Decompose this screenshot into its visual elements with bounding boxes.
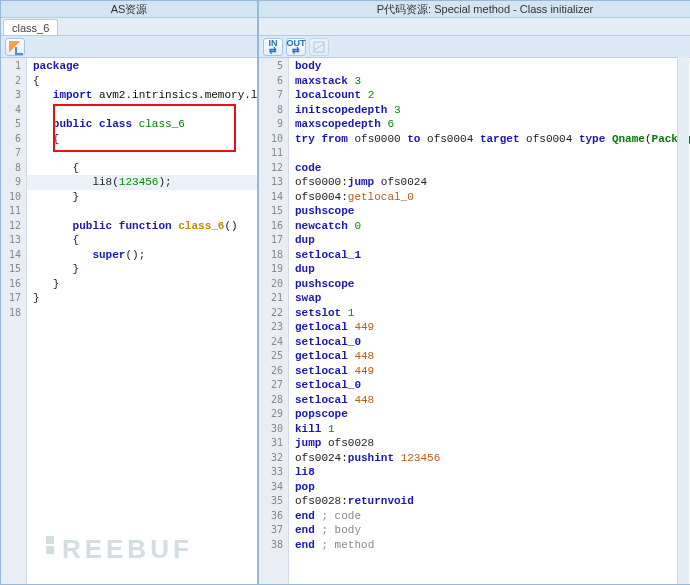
- line-number: 34: [259, 480, 288, 495]
- code-line[interactable]: kill 1: [289, 422, 690, 437]
- line-number: 13: [1, 233, 26, 248]
- left-tabbar: class_6: [1, 18, 257, 36]
- line-number: 14: [259, 190, 288, 205]
- line-number: 5: [1, 117, 26, 132]
- swap-in-button[interactable]: IN⇄: [263, 38, 283, 56]
- code-line[interactable]: public function class_6(): [27, 219, 257, 234]
- code-line[interactable]: public class class_6: [27, 117, 257, 132]
- code-line[interactable]: maxstack 3: [289, 74, 690, 89]
- right-gutter: 5678910111213141516171819202122232425262…: [259, 58, 289, 584]
- code-line[interactable]: body: [289, 59, 690, 74]
- code-line[interactable]: dup: [289, 233, 690, 248]
- line-number: 20: [259, 277, 288, 292]
- code-line[interactable]: setslot 1: [289, 306, 690, 321]
- right-code[interactable]: bodymaxstack 3localcount 2initscopedepth…: [289, 58, 690, 584]
- code-line[interactable]: [289, 146, 690, 161]
- code-line[interactable]: setlocal_1: [289, 248, 690, 263]
- code-line[interactable]: }: [27, 291, 257, 306]
- line-number: 18: [1, 306, 26, 321]
- code-line[interactable]: }: [27, 262, 257, 277]
- code-line[interactable]: try from ofs0000 to ofs0004 target ofs00…: [289, 132, 690, 147]
- line-number: 6: [259, 74, 288, 89]
- line-number: 7: [1, 146, 26, 161]
- code-line[interactable]: setlocal 449: [289, 364, 690, 379]
- edit-button[interactable]: [5, 38, 25, 56]
- line-number: 30: [259, 422, 288, 437]
- line-number: 5: [259, 59, 288, 74]
- line-number: 6: [1, 132, 26, 147]
- code-line[interactable]: end ; method: [289, 538, 690, 553]
- code-line[interactable]: ofs0028:returnvoid: [289, 494, 690, 509]
- line-number: 8: [1, 161, 26, 176]
- code-line[interactable]: [27, 306, 257, 321]
- code-line[interactable]: {: [27, 132, 257, 147]
- code-line[interactable]: setlocal 448: [289, 393, 690, 408]
- code-line[interactable]: super();: [27, 248, 257, 263]
- svg-line-1: [314, 44, 324, 50]
- code-line[interactable]: ofs0024:pushint 123456: [289, 451, 690, 466]
- main-container: AS资源 class_6 123456789101112131415161718…: [0, 0, 690, 585]
- swap-out-icon: OUT⇄: [287, 40, 306, 54]
- line-number: 15: [259, 204, 288, 219]
- left-code-area[interactable]: 123456789101112131415161718 package{ imp…: [1, 58, 257, 584]
- line-number: 22: [259, 306, 288, 321]
- line-number: 14: [1, 248, 26, 263]
- code-line[interactable]: [27, 146, 257, 161]
- code-line[interactable]: {: [27, 161, 257, 176]
- code-line[interactable]: {: [27, 74, 257, 89]
- line-number: 9: [259, 117, 288, 132]
- code-line[interactable]: end ; code: [289, 509, 690, 524]
- code-line[interactable]: localcount 2: [289, 88, 690, 103]
- swap-out-button[interactable]: OUT⇄: [286, 38, 306, 56]
- code-line[interactable]: newcatch 0: [289, 219, 690, 234]
- code-line[interactable]: end ; body: [289, 523, 690, 538]
- line-number: 37: [259, 523, 288, 538]
- code-line[interactable]: swap: [289, 291, 690, 306]
- code-line[interactable]: }: [27, 190, 257, 205]
- code-line[interactable]: [27, 103, 257, 118]
- graph-icon: [313, 41, 325, 53]
- code-line[interactable]: code: [289, 161, 690, 176]
- code-line[interactable]: maxscopedepth 6: [289, 117, 690, 132]
- edit-icon: [9, 41, 21, 53]
- code-line[interactable]: li8(123456);: [27, 175, 257, 190]
- code-line[interactable]: getlocal 448: [289, 349, 690, 364]
- line-number: 17: [1, 291, 26, 306]
- line-number: 17: [259, 233, 288, 248]
- code-line[interactable]: getlocal 449: [289, 320, 690, 335]
- code-line[interactable]: ofs0000:jump ofs0024: [289, 175, 690, 190]
- code-line[interactable]: }: [27, 277, 257, 292]
- left-code[interactable]: package{ import avm2.intrinsics.memory.l…: [27, 58, 257, 584]
- line-number: 21: [259, 291, 288, 306]
- code-line[interactable]: ofs0004:getlocal_0: [289, 190, 690, 205]
- line-number: 10: [1, 190, 26, 205]
- line-number: 38: [259, 538, 288, 553]
- code-line[interactable]: package: [27, 59, 257, 74]
- code-line[interactable]: pushscope: [289, 204, 690, 219]
- code-line[interactable]: popscope: [289, 407, 690, 422]
- line-number: 32: [259, 451, 288, 466]
- code-line[interactable]: li8: [289, 465, 690, 480]
- code-line[interactable]: import avm2.intrinsics.memory.li8;: [27, 88, 257, 103]
- right-code-area[interactable]: 5678910111213141516171819202122232425262…: [259, 58, 690, 584]
- code-line[interactable]: dup: [289, 262, 690, 277]
- line-number: 12: [259, 161, 288, 176]
- code-line[interactable]: {: [27, 233, 257, 248]
- tab-class6[interactable]: class_6: [3, 19, 58, 35]
- right-scrollbar[interactable]: [677, 57, 689, 584]
- line-number: 7: [259, 88, 288, 103]
- line-number: 13: [259, 175, 288, 190]
- right-panel-title: P代码资源: Special method - Class initialize…: [259, 1, 690, 18]
- left-panel-title: AS资源: [1, 1, 257, 18]
- line-number: 11: [1, 204, 26, 219]
- line-number: 25: [259, 349, 288, 364]
- code-line[interactable]: setlocal_0: [289, 378, 690, 393]
- code-line[interactable]: [27, 204, 257, 219]
- graph-button[interactable]: [309, 38, 329, 56]
- code-line[interactable]: pushscope: [289, 277, 690, 292]
- line-number: 1: [1, 59, 26, 74]
- code-line[interactable]: initscopedepth 3: [289, 103, 690, 118]
- code-line[interactable]: setlocal_0: [289, 335, 690, 350]
- code-line[interactable]: pop: [289, 480, 690, 495]
- code-line[interactable]: jump ofs0028: [289, 436, 690, 451]
